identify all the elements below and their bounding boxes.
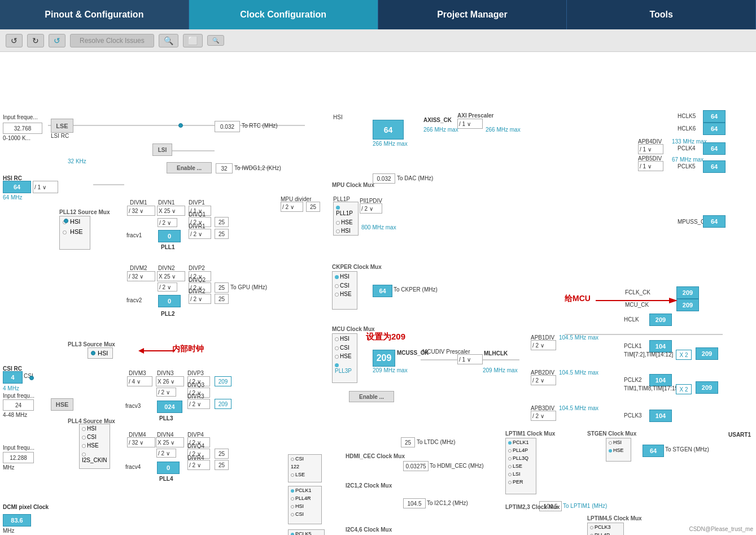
hdmi-csi-row: CSI xyxy=(289,455,321,463)
give-mcu-arrow xyxy=(596,295,678,306)
fracv2-block[interactable]: 0 xyxy=(158,295,181,307)
pll4-mux-box: HSI CSI HSE I2S_CKIN xyxy=(79,424,110,469)
i2s-value-box[interactable]: 12.288 xyxy=(3,452,34,463)
fracv1-block[interactable]: 0 xyxy=(158,230,181,242)
div2-pll2[interactable]: / 2 ∨ xyxy=(158,282,177,292)
divm1-select[interactable]: / 32 ∨ xyxy=(127,206,155,216)
stgen-hse-row: HSE xyxy=(606,446,631,454)
div2-pll3[interactable]: / 2 ∨ xyxy=(156,388,176,397)
pll12-mux-label: PLL12 Source Mux xyxy=(59,209,110,215)
clock-canvas[interactable]: Input freque... 32.768 0-1000 K... LSE L… xyxy=(0,52,756,535)
give-mcu-label: 给MCU xyxy=(565,294,591,304)
i2c46-mux-label: I2C4,6 Clock Mux xyxy=(346,527,392,533)
pclk5-label: PCLK5 xyxy=(678,163,696,169)
lse-range-label: 0-1000 K... xyxy=(3,135,30,141)
mcudiv-select[interactable]: / 1 ∨ xyxy=(457,354,483,364)
apb1div-select[interactable]: / 2 ∨ xyxy=(531,340,556,350)
tab-tools[interactable]: Tools xyxy=(567,0,756,29)
divr1-select[interactable]: / 2 ∨ xyxy=(189,229,211,239)
pclk3-label: PCLK3 xyxy=(624,412,642,419)
divp3-label: DIVP3 xyxy=(187,370,204,376)
fit-button[interactable]: ⬜ xyxy=(183,34,203,47)
apb2-104-label: 104.5 MHz max xyxy=(559,369,598,376)
lptim1-mux-label: LPTIM1 Clock Mux xyxy=(505,430,555,437)
fracv3-label: fracv3 xyxy=(125,403,141,409)
zoom-out-button[interactable]: 🔍 xyxy=(207,35,224,46)
divm2-label: DIVM2 xyxy=(130,265,147,271)
csi-dot xyxy=(29,376,34,380)
i2s-mhz-label: MHz xyxy=(3,464,15,471)
hclk6-block: 64 xyxy=(703,123,726,135)
apb5div-select[interactable]: / 1 ∨ xyxy=(638,161,663,171)
divn3-select[interactable]: X 26 ∨ xyxy=(156,376,184,386)
divr4-select[interactable]: / 2 ∨ xyxy=(187,460,210,470)
toolbar: ↺ ↻ ↺ Resolve Clock Issues 🔍 ⬜ 🔍 xyxy=(0,29,756,52)
mpuss-block[interactable]: 64 xyxy=(373,120,404,140)
ckper-label: To CKPER (MHz) xyxy=(394,286,438,293)
stgen-label: To STGEN (MHz) xyxy=(665,446,709,453)
axiss-ck-label: AXISS_CK xyxy=(423,117,452,123)
mpu-out-val: 25 xyxy=(306,202,320,212)
pclk5-block: 64 xyxy=(703,160,726,173)
redo-button[interactable]: ↻ xyxy=(27,34,44,47)
apb1-104-label: 104.5 MHz max xyxy=(559,334,598,341)
dcmi-block[interactable]: 83.6 xyxy=(3,514,31,527)
zoom-in-button[interactable]: 🔍 xyxy=(159,34,178,47)
hdmi-mux-box: CSI 122 LSE xyxy=(288,454,322,482)
divr3-select[interactable]: / 2 ∨ xyxy=(187,399,210,409)
axi-div-select[interactable]: / 1 ∨ xyxy=(457,119,483,129)
lse-block[interactable]: LSE xyxy=(51,119,73,133)
divn1-select[interactable]: X 25 ∨ xyxy=(157,206,185,216)
pclk5-67-label: 67 MHz max xyxy=(672,156,703,163)
pll1pdiv-select[interactable]: / 2 ∨ xyxy=(360,203,382,214)
divm2-select[interactable]: / 32 ∨ xyxy=(127,271,155,281)
enable-iwdg[interactable]: Enable ... xyxy=(167,162,212,173)
tab-pinout[interactable]: Pinout & Configuration xyxy=(0,0,189,29)
divm4-select[interactable]: / 32 ∨ xyxy=(127,437,155,447)
refresh-button[interactable]: ↺ xyxy=(49,34,65,47)
divq1-out: 25 xyxy=(215,217,229,227)
csi-block[interactable]: 4 xyxy=(3,371,23,384)
enable-mcu[interactable]: Enable ... xyxy=(349,391,394,402)
lsi-block[interactable]: LSI xyxy=(152,143,172,156)
lse-value-box[interactable]: 32.768 xyxy=(3,123,42,134)
i2c46-pclk5-row: PCLK5 xyxy=(289,530,324,535)
undo-button[interactable]: ↺ xyxy=(6,34,23,47)
resolve-button[interactable]: Resolve Clock Issues xyxy=(70,34,154,47)
tab-clock[interactable]: Clock Configuration xyxy=(189,0,378,29)
hsi-block[interactable]: 64 xyxy=(3,181,31,193)
lptim1-pclk1: PCLK1 xyxy=(506,438,536,446)
iwdg-val: 32 xyxy=(216,163,233,173)
ckper-hse-row: HSE xyxy=(333,290,357,298)
ckper-mux-label: CKPER Clock Mux xyxy=(332,264,382,270)
dac-label: To DAC (MHz) xyxy=(397,175,433,181)
hse-value-box[interactable]: 24 xyxy=(3,399,34,411)
pll3-out2: 209 xyxy=(215,399,231,409)
tab-project[interactable]: Project Manager xyxy=(378,0,567,29)
apb2div-select[interactable]: / 2 ∨ xyxy=(531,375,556,385)
dcmi-mhz-label: MHz xyxy=(3,528,15,534)
fracv4-block[interactable]: 0 xyxy=(157,462,180,474)
div2-pll4[interactable]: / 2 ∨ xyxy=(156,449,176,458)
hdmi-label: To HDMI_CEC (MHz) xyxy=(430,463,484,469)
hse-block[interactable]: HSE xyxy=(51,398,73,411)
i2c12-pll4r-row: PLL4R xyxy=(289,494,321,502)
divr2-select[interactable]: / 2 ∨ xyxy=(189,294,211,304)
divn2-select[interactable]: X 25 ∨ xyxy=(157,271,185,281)
divm3-select[interactable]: / 4 ∨ xyxy=(127,376,152,386)
apb4div-select[interactable]: / 1 ∨ xyxy=(638,144,663,154)
mcu-mux-box: HSI CSI HSE PLL3P xyxy=(332,333,357,383)
mpu-div-select[interactable]: / 2 ∨ xyxy=(281,202,303,212)
fracv3-block[interactable]: 024 xyxy=(157,401,182,413)
lptim23-mux-label: LPTIM2,3 Clock Mux xyxy=(505,504,560,510)
lse-rtc-box[interactable]: 0.032 xyxy=(215,121,240,132)
hsi-div-select[interactable]: / 1 ∨ xyxy=(33,181,58,193)
apb3div-select[interactable]: / 2 ∨ xyxy=(531,411,556,421)
set-209-label: 设置为209 xyxy=(366,332,405,342)
i2c46-mux-box: PCLK5 PLL4Q PLL3Q HSI xyxy=(288,529,325,535)
mcu-val-block[interactable]: 209 xyxy=(373,350,395,367)
divr2-out: 25 xyxy=(215,294,229,304)
div2-pll1[interactable]: / 2 ∨ xyxy=(158,218,177,227)
divn4-select[interactable]: X 25 ∨ xyxy=(156,437,184,447)
mcu-pll3-row: PLL3P xyxy=(333,360,357,375)
